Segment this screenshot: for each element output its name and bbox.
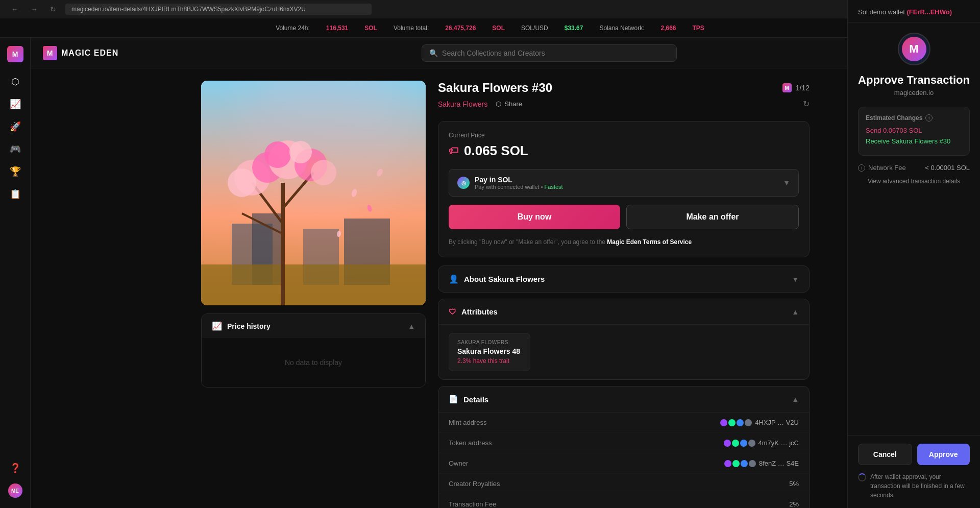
about-header-left: 👤 About Sakura Flowers xyxy=(449,274,545,284)
page-body: 📈 Price history ▲ No data to display Sak… xyxy=(189,68,822,508)
sidebar-item-activity[interactable]: 📈 xyxy=(6,95,24,113)
loading-spinner xyxy=(858,473,866,481)
attributes-section: 🛡 Attributes ▲ SAKURA FLOWERS Sakura Flo… xyxy=(438,299,810,380)
detail-row-mint: Mint address 4HXJP … V2U xyxy=(438,413,809,433)
make-offer-button[interactable]: Make an offer xyxy=(626,205,799,229)
cancel-button[interactable]: Cancel xyxy=(858,444,912,465)
svg-point-15 xyxy=(228,168,256,197)
owner-chain-icons xyxy=(724,460,756,467)
detail-row-fee: Transaction Fee 2% xyxy=(438,494,809,508)
nft-edition: M 1/12 xyxy=(782,83,810,92)
nav-logo-icon: M xyxy=(43,46,57,60)
approve-panel: Sol demo wallet (FErR...EHWo) M Approve … xyxy=(847,0,980,508)
sidebar-item-launchpad[interactable]: 🚀 xyxy=(6,117,24,136)
chain-icon-gray3 xyxy=(749,460,756,467)
pending-text: After wallet approval, your transaction … xyxy=(870,472,970,500)
token-address-text[interactable]: 4m7yK … jcC xyxy=(758,439,799,447)
payment-title: Pay in SOL xyxy=(475,176,563,184)
current-price: 🏷 0.065 SOL xyxy=(449,143,799,159)
volumetotal-unit: SOL xyxy=(492,25,505,32)
about-section: 👤 About Sakura Flowers ▼ xyxy=(438,265,810,293)
network-fee-info-icon[interactable]: i xyxy=(858,164,865,172)
fastest-label: Fastest xyxy=(545,184,563,190)
back-button[interactable]: ← xyxy=(8,3,21,15)
collection-link[interactable]: Sakura Flowers xyxy=(438,100,487,108)
url-bar[interactable]: magiceden.io/item-details/4HXJPfRLmTh8BJ… xyxy=(65,4,372,15)
attributes-header[interactable]: 🛡 Attributes ▲ xyxy=(438,299,809,324)
price-history-chevron: ▲ xyxy=(408,322,415,330)
sidebar-item-rewards[interactable]: 🏆 xyxy=(6,162,24,181)
sidebar-item-games[interactable]: 🎮 xyxy=(6,140,24,158)
left-panel: 📈 Price history ▲ No data to display xyxy=(201,81,426,508)
approve-header: Sol demo wallet (FErR...EHWo) xyxy=(848,0,980,22)
detail-row-owner: Owner 8fenZ … S4E xyxy=(438,453,809,474)
tos-link[interactable]: Magic Eden Terms of Service xyxy=(607,238,692,246)
volumetotal-value: 26,475,726 xyxy=(445,25,476,32)
sidebar-item-collections[interactable]: 📋 xyxy=(6,185,24,203)
me-badge: M xyxy=(782,83,792,92)
approve-footer: Cancel Approve After wallet approval, yo… xyxy=(848,435,980,508)
buy-now-button[interactable]: Buy now xyxy=(449,205,620,229)
wallet-addr: (FErR...EHWo) xyxy=(906,8,952,16)
approve-logo-circle: M xyxy=(898,33,930,65)
nft-title-row: Sakura Flowers #30 M 1/12 xyxy=(438,81,810,95)
solana-label: Solana Network: xyxy=(599,25,644,32)
trait-type: SAKURA FLOWERS xyxy=(457,340,522,345)
chain-icon-gray2 xyxy=(748,440,755,447)
nft-image xyxy=(201,81,426,305)
chain-icon-gray xyxy=(745,419,752,426)
transaction-fee-value: 2% xyxy=(789,500,799,508)
nav-logo: M MAGIC EDEN xyxy=(43,46,118,60)
pending-message: After wallet approval, your transaction … xyxy=(858,472,970,500)
sidebar-item-me[interactable]: ME xyxy=(6,481,24,500)
creator-royalties-label: Creator Royalties xyxy=(449,480,500,488)
attributes-title: Attributes xyxy=(461,307,498,316)
svg-point-18 xyxy=(289,141,312,163)
refresh-icon[interactable]: ↻ xyxy=(803,99,810,109)
volumetotal-label: Volume total: xyxy=(394,25,429,32)
sidebar-item-home[interactable]: ⬡ xyxy=(6,72,24,91)
volume24h-value: 116,531 xyxy=(326,25,348,32)
payment-method[interactable]: ◎ Pay in SOL Pay with connected wallet •… xyxy=(449,169,799,197)
estimated-info-icon[interactable]: i xyxy=(925,114,933,122)
share-label: Share xyxy=(504,100,522,108)
approve-button[interactable]: Approve xyxy=(917,444,970,465)
details-section: 📄 Details ▲ Mint address xyxy=(438,386,810,508)
price-history-empty: No data to display xyxy=(202,338,425,387)
details-body: Mint address 4HXJP … V2U xyxy=(438,412,809,508)
chain-icon-purple2 xyxy=(724,440,731,447)
trait-rarity: 2.3% have this trait xyxy=(457,357,522,365)
approve-logo-inner: M xyxy=(902,37,926,61)
network-fee-label: i Network Fee xyxy=(858,164,906,172)
wallet-name: Sol demo wallet (FErR...EHWo) xyxy=(858,8,952,16)
price-history-header[interactable]: 📈 Price history ▲ xyxy=(202,314,425,338)
sidebar-item-help[interactable]: ❓ xyxy=(6,459,24,477)
mint-address-text[interactable]: 4HXJP … V2U xyxy=(755,419,799,426)
about-header[interactable]: 👤 About Sakura Flowers ▼ xyxy=(438,266,809,292)
price-history-section: 📈 Price history ▲ No data to display xyxy=(201,313,426,388)
trait-value: Sakura Flowers 48 xyxy=(457,347,522,355)
forward-button[interactable]: → xyxy=(28,3,41,15)
share-button[interactable]: ⬡ Share xyxy=(496,100,522,108)
search-bar: 🔍 xyxy=(422,44,677,62)
chain-icon-purple3 xyxy=(724,460,731,467)
owner-text[interactable]: 8fenZ … S4E xyxy=(759,459,799,467)
about-title: About Sakura Flowers xyxy=(464,275,545,283)
details-header[interactable]: 📄 Details ▲ xyxy=(438,386,809,412)
content-area: M MAGIC EDEN 🔍 xyxy=(31,38,980,508)
search-input-wrap: 🔍 xyxy=(422,44,677,62)
details-header-left: 📄 Details xyxy=(449,395,488,404)
nft-edition-text: 1/12 xyxy=(796,84,810,92)
approve-buttons: Cancel Approve xyxy=(858,444,970,465)
refresh-button[interactable]: ↻ xyxy=(47,3,59,15)
payment-sub: Pay with connected wallet • Fastest xyxy=(475,184,563,190)
svg-point-16 xyxy=(311,160,336,185)
payment-chevron-icon: ▼ xyxy=(783,179,790,187)
mint-address-label: Mint address xyxy=(449,419,486,426)
chain-icon-blue2 xyxy=(740,440,747,447)
advanced-details-link[interactable]: View advanced transaction details xyxy=(858,178,970,185)
nft-title: Sakura Flowers #30 xyxy=(438,81,552,95)
action-buttons: Buy now Make an offer xyxy=(449,205,799,229)
details-icon: 📄 xyxy=(449,395,458,404)
search-input[interactable] xyxy=(442,49,669,57)
